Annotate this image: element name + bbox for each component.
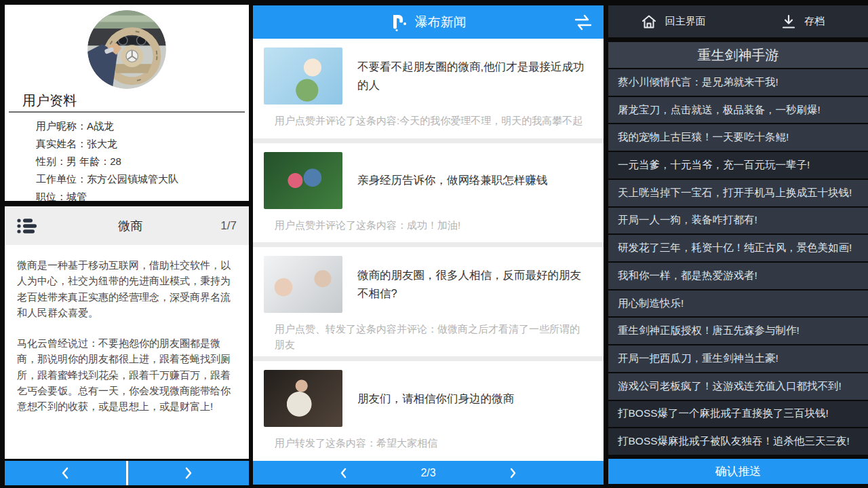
news-title: 微商的朋友圈，很多人相信，反而最好的朋友不相信?: [357, 266, 586, 303]
chevron-right-icon: [184, 467, 193, 479]
profile-card: 用户资料 用户昵称：A战龙 真实姓名：张大龙 性别：男 年龄：28 工作单位：东…: [5, 5, 249, 201]
confirm-push-button[interactable]: 确认推送: [608, 459, 868, 484]
profile-field-nickname: 用户昵称：A战龙: [36, 117, 249, 135]
news-user-action: 用户点赞并评论了这条内容：成功！加油!: [275, 218, 586, 233]
news-title: 不要看不起朋友圈的微商,他们才是最接近成功的人: [357, 58, 586, 94]
news-thumbnail: [264, 370, 342, 427]
news-item[interactable]: 微商的朋友圈，很多人相信，反而最好的朋友不相信? 用户点赞、转发了这条内容并评论…: [253, 247, 604, 356]
news-user-action: 用户点赞并评论了这条内容:今天的我你爱理不理，明天的我高攀不起: [275, 113, 586, 129]
save-button[interactable]: 存档: [738, 5, 868, 37]
profile-divider: [9, 111, 245, 113]
news-separator: [253, 356, 604, 361]
news-separator: [253, 242, 604, 247]
download-icon: [781, 14, 796, 29]
slogan-row[interactable]: 游戏公司老板疯了！这游戏连充值入口都找不到!: [608, 373, 868, 400]
slogan-row[interactable]: 蔡小川倾情代言：是兄弟就来干我!: [608, 69, 868, 96]
game-title: 重生剑神手游: [608, 42, 868, 68]
news-user-action: 用户点赞、转发了这条内容并评论：做微商之后才看清了一些所谓的朋友: [275, 322, 586, 352]
weishang-card: 微商 1/7 微商是一种基于移动互联网，借助社交软件，以人为中心，社交为纽带的先…: [5, 206, 249, 459]
weishang-next-button[interactable]: [128, 461, 250, 485]
news-item[interactable]: 朋友们，请相信你们身边的微商 用户转发了这条内容：希望大家相信: [253, 361, 604, 461]
news-thumbnail: [264, 152, 342, 209]
slogan-row[interactable]: 开局一人一狗，装备咋打都有!: [608, 208, 868, 234]
weishang-header: 微商 1/7: [5, 206, 249, 245]
slogan-row[interactable]: 屠龙宝刀，点击就送，极品装备，一秒刷爆!: [608, 97, 868, 124]
right-top-nav: 回主界面 存档: [608, 5, 868, 37]
slogan-list: 蔡小川倾情代言：是兄弟就来干我! 屠龙宝刀，点击就送，极品装备，一秒刷爆! 我的…: [608, 69, 868, 455]
weishang-title: 微商: [40, 218, 220, 234]
news-pager: 2/3: [253, 461, 604, 485]
game-push-panel: 回主界面 存档 重生剑神手游 蔡小川倾情代言：是兄弟就来干我! 屠龙宝刀，点击就…: [608, 0, 868, 488]
profile-field-realname: 真实姓名：张大龙: [36, 135, 249, 153]
news-title: 亲身经历告诉你，做网络兼职怎样赚钱: [357, 171, 548, 189]
slogan-row[interactable]: 我和你一样，都是热爱游戏者!: [608, 263, 868, 289]
steering-wheel-photo: [87, 10, 166, 89]
slogan-row[interactable]: 用心制造快乐!: [608, 290, 868, 317]
news-list: 不要看不起朋友圈的微商,他们才是最接近成功的人 用户点赞并评论了这条内容:今天的…: [253, 39, 604, 461]
home-button[interactable]: 回主界面: [608, 5, 738, 37]
slogan-row[interactable]: 天上咣当掉下一宝石，打开手机马上换成五十块钱!: [608, 180, 868, 206]
slogan-row-selected[interactable]: 一元当爹，十元当爷，充一百元玩一辈子!: [608, 152, 868, 179]
news-item[interactable]: 不要看不起朋友圈的微商,他们才是最接近成功的人 用户点赞并评论了这条内容:今天的…: [253, 39, 604, 138]
swap-arrows-icon[interactable]: [574, 14, 593, 31]
avatar: [87, 10, 166, 89]
news-page-indicator: 2/3: [420, 467, 435, 479]
news-thumbnail: [264, 48, 342, 105]
weishang-body: 微商是一种基于移动互联网，借助社交软件，以人为中心，社交为纽带的先进商业模式，秉…: [5, 245, 249, 414]
news-prev-button[interactable]: [316, 461, 370, 485]
user-profile-panel: 用户资料 用户昵称：A战龙 真实姓名：张大龙 性别：男 年龄：28 工作单位：东…: [0, 0, 253, 488]
news-header-title: 瀑布新闻: [415, 14, 467, 31]
slogan-row[interactable]: 我的宠物上古巨猿！一天要吃十条鲲!: [608, 124, 868, 151]
news-user-action: 用户转发了这条内容：希望大家相信: [275, 436, 586, 451]
profile-field-position: 职位：城管: [36, 188, 249, 201]
news-separator: [253, 138, 604, 143]
slogan-row[interactable]: 研发花了三年，耗资十亿！纯正古风，景色美如画!: [608, 235, 868, 261]
news-thumbnail: [264, 256, 342, 313]
news-header: 瀑布新闻: [253, 5, 604, 39]
weishang-paragraph-2: 马化云曾经说过：不要抱怨你的朋友圈都是微商，那说明你的朋友都很上进，跟着苍蝇找到…: [17, 335, 237, 414]
slogan-row[interactable]: 重生剑神正版授权！唐五先森参与制作!: [608, 318, 868, 344]
waterfall-icon: [391, 12, 408, 33]
news-feed-panel: 瀑布新闻 不要看不起朋友圈的微商,他们才是最接近成功的人 用户点赞并评论了这条内…: [253, 0, 604, 488]
slogan-row[interactable]: 开局一把西瓜刀，重生剑神当土豪!: [608, 345, 868, 372]
weishang-page-indicator: 1/7: [220, 219, 237, 233]
list-icon: [17, 217, 40, 236]
news-item[interactable]: 亲身经历告诉你，做网络兼职怎样赚钱 用户点赞并评论了这条内容：成功！加油!: [253, 143, 604, 243]
slogan-row-selected[interactable]: 打BOSS爆麻批戒子被队友独吞！追杀他三天三夜!: [608, 428, 868, 455]
weishang-prev-button[interactable]: [5, 461, 128, 485]
home-icon: [641, 14, 657, 29]
slogan-row-selected[interactable]: 打BOSS爆了一个麻批戒子直接换了三百块钱!: [608, 401, 868, 428]
app-window: 用户资料 用户昵称：A战龙 真实姓名：张大龙 性别：男 年龄：28 工作单位：东…: [0, 0, 868, 488]
weishang-paragraph-1: 微商是一种基于移动互联网，借助社交软件，以人为中心，社交为纽带的先进商业模式，秉…: [17, 257, 237, 320]
profile-field-workunit: 工作单位：东方公园镇城管大队: [36, 170, 249, 188]
save-button-label: 存档: [804, 15, 825, 28]
weishang-pager: [5, 461, 249, 485]
home-button-label: 回主界面: [665, 15, 706, 28]
news-title: 朋友们，请相信你们身边的微商: [357, 390, 514, 408]
profile-field-gender-age: 性别：男 年龄：28: [36, 153, 249, 170]
profile-title: 用户资料: [22, 92, 249, 110]
news-next-button[interactable]: [486, 461, 540, 485]
chevron-left-icon: [61, 467, 69, 479]
